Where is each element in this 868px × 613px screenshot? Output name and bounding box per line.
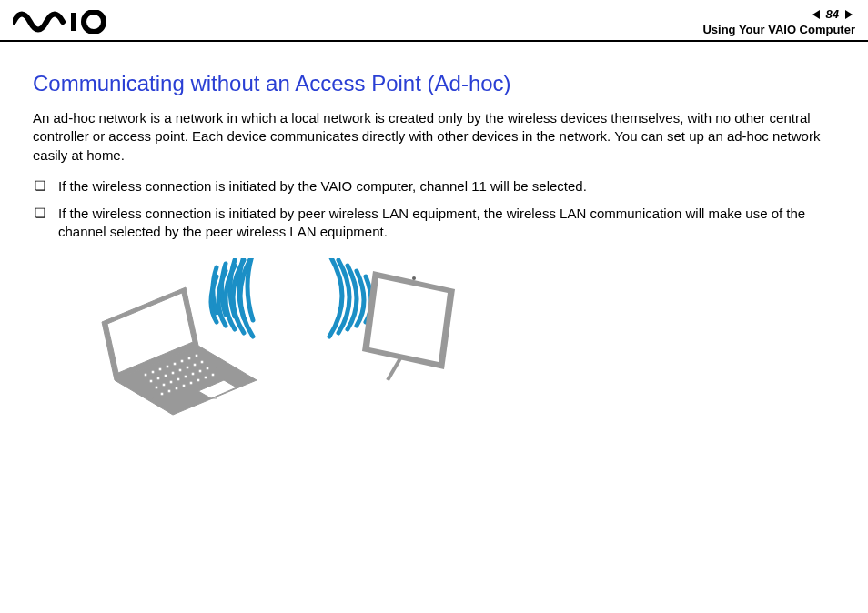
svg-line-44 [388, 358, 400, 380]
page-number: 84 [826, 7, 839, 21]
svg-point-33 [167, 389, 171, 393]
svg-marker-3 [845, 10, 853, 19]
svg-point-28 [184, 375, 187, 378]
svg-point-32 [160, 392, 164, 396]
section-heading: Communicating without an Access Point (A… [33, 71, 835, 96]
svg-point-37 [197, 378, 200, 382]
svg-point-21 [186, 366, 189, 369]
svg-point-18 [164, 374, 167, 377]
prev-page-icon[interactable] [810, 8, 823, 21]
svg-point-19 [171, 371, 175, 375]
svg-rect-0 [71, 13, 76, 31]
svg-point-39 [211, 373, 215, 377]
vaio-logo-icon [13, 10, 113, 34]
svg-point-36 [189, 381, 193, 385]
svg-point-34 [175, 387, 178, 390]
svg-point-31 [206, 367, 209, 370]
svg-point-20 [178, 368, 182, 372]
svg-point-16 [149, 379, 153, 383]
svg-point-27 [177, 377, 180, 381]
svg-point-14 [187, 357, 191, 360]
svg-point-12 [173, 362, 177, 366]
svg-point-24 [155, 386, 158, 389]
bullet-list: If the wireless connection is initiated … [33, 177, 835, 242]
svg-point-10 [158, 367, 162, 371]
svg-marker-42 [369, 278, 448, 362]
svg-point-13 [180, 359, 184, 363]
svg-point-9 [151, 370, 155, 374]
svg-point-17 [156, 377, 160, 380]
svg-point-26 [169, 380, 173, 384]
svg-point-30 [198, 369, 202, 373]
section-label: Using Your VAIO Computer [702, 23, 855, 36]
svg-point-35 [182, 384, 186, 387]
svg-point-1 [84, 12, 104, 32]
svg-point-11 [166, 365, 169, 368]
svg-marker-2 [812, 10, 820, 19]
svg-point-15 [195, 354, 198, 357]
svg-point-22 [193, 363, 197, 367]
svg-point-25 [162, 383, 166, 387]
page-header: 84 Using Your VAIO Computer [0, 0, 868, 42]
svg-point-38 [204, 376, 207, 379]
adhoc-illustration [78, 258, 835, 444]
svg-point-43 [412, 276, 416, 280]
adhoc-diagram-icon [78, 258, 460, 440]
svg-point-8 [144, 373, 147, 377]
page-content: Communicating without an Access Point (A… [0, 42, 868, 444]
list-item: If the wireless connection is initiated … [33, 205, 835, 242]
svg-point-23 [200, 360, 204, 364]
next-page-icon[interactable] [843, 8, 855, 21]
svg-point-29 [191, 372, 195, 376]
header-right: 84 Using Your VAIO Computer [702, 7, 855, 36]
page-nav: 84 [810, 7, 855, 21]
list-item: If the wireless connection is initiated … [33, 177, 835, 196]
intro-paragraph: An ad-hoc network is a network in which … [33, 109, 835, 165]
